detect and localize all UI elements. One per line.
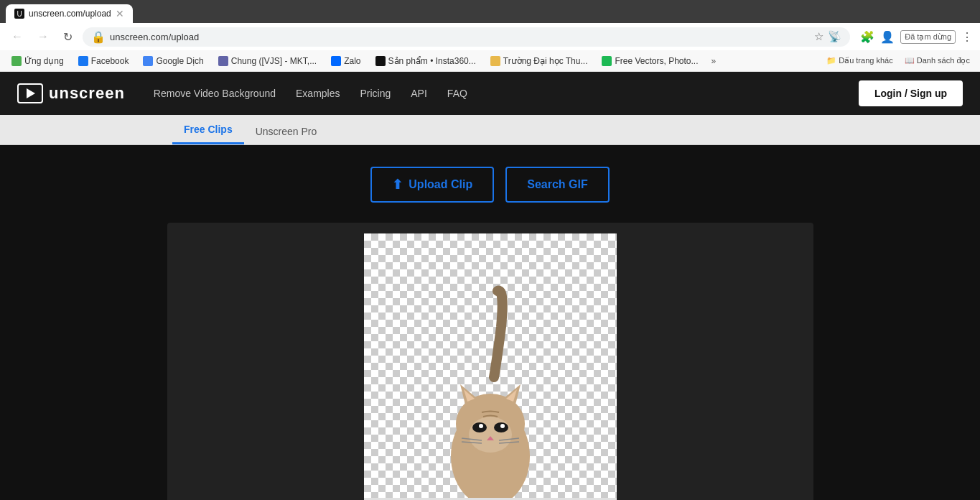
nav-faq[interactable]: FAQ [447, 88, 467, 99]
tabs-bar: Free Clips Unscreen Pro [0, 115, 980, 145]
bookmark-university[interactable]: Trường Đại học Thu... [485, 55, 594, 68]
bookmark-freevector[interactable]: Free Vectors, Photo... [596, 55, 704, 68]
preview-area: 46% [167, 223, 813, 500]
freevector-icon [602, 56, 612, 66]
nav-remove-bg[interactable]: Remove Video Background [154, 88, 276, 99]
tab-close-btn[interactable]: ✕ [116, 8, 124, 19]
nav-api[interactable]: API [411, 88, 427, 99]
bookmark-zalo-label: Zalo [344, 56, 360, 66]
apps-icon [11, 56, 22, 66]
site-nav-links: Remove Video Background Examples Pricing… [154, 88, 859, 99]
upload-clip-label: Upload Clip [409, 178, 472, 191]
bookmark-apps-label: Ứng dụng [24, 56, 64, 66]
logo[interactable]: unscreen [17, 83, 125, 103]
translate-icon [143, 56, 153, 66]
logo-play-icon [27, 88, 35, 98]
reading-list[interactable]: 📖 Danh sách đọc [900, 55, 974, 67]
bookmarks-bar: Ứng dụng Facebook Google Dịch Chung ([VJ… [0, 50, 980, 72]
browser-address-bar: ← → ↻ 🔒 unscreen.com/upload ☆ 📡 🧩 👤 Đã t… [0, 23, 980, 50]
logo-icon [17, 83, 43, 103]
bookmark-facebook[interactable]: Facebook [73, 55, 135, 68]
star-icon[interactable]: ☆ [814, 30, 823, 43]
tab-title: unscreen.com/upload [29, 9, 111, 19]
lock-icon: 🔒 [91, 30, 106, 44]
svg-point-10 [479, 424, 483, 428]
insta360-icon [375, 56, 386, 66]
upload-clip-button[interactable]: ⬆ Upload Clip [370, 167, 494, 203]
profile-icon[interactable]: 👤 [880, 30, 895, 44]
forward-button[interactable]: → [33, 29, 53, 45]
extensions-icon[interactable]: 🧩 [860, 30, 874, 44]
zalo-icon [331, 56, 341, 66]
bookmark-translate[interactable]: Google Dịch [137, 55, 209, 68]
university-icon [490, 56, 500, 66]
search-gif-button[interactable]: Search GIF [505, 167, 609, 203]
cat-image [419, 284, 562, 500]
address-icons: ☆ 📡 [814, 30, 841, 43]
logo-text: unscreen [49, 84, 125, 103]
menu-dots-icon[interactable]: ⋮ [961, 30, 973, 44]
image-container: 46% [364, 233, 617, 500]
bookmark-translate-label: Google Dịch [156, 56, 203, 66]
svg-point-11 [500, 424, 505, 428]
bookmark-freevector-label: Free Vectors, Photo... [615, 56, 698, 66]
action-buttons: ⬆ Upload Clip Search GIF [370, 167, 609, 203]
bookmark-chung-label: Chung ([VJS] - MKT,... [231, 56, 317, 66]
bookmarks-more-btn[interactable]: » [707, 55, 721, 68]
bookmark-apps[interactable]: Ứng dụng [6, 55, 70, 68]
svg-point-7 [469, 417, 512, 453]
site-nav: unscreen Remove Video Background Example… [0, 72, 980, 115]
address-box[interactable]: 🔒 unscreen.com/upload ☆ 📡 [83, 27, 850, 47]
bookmarks-right: 📁 Dấu trang khác 📖 Danh sách đọc [822, 55, 974, 67]
tab-unscreen-pro[interactable]: Unscreen Pro [244, 119, 329, 144]
address-text: unscreen.com/upload [110, 32, 810, 42]
tab-free-clips[interactable]: Free Clips [172, 116, 244, 144]
bookmark-insta360[interactable]: Sản phẩm • Insta360... [370, 55, 482, 68]
bookmark-university-label: Trường Đại học Thu... [503, 56, 588, 66]
bookmark-other[interactable]: 📁 Dấu trang khác [822, 55, 897, 67]
nav-examples[interactable]: Examples [296, 88, 340, 99]
refresh-button[interactable]: ↻ [59, 29, 77, 45]
browser-menu-icons: 🧩 👤 Đã tạm dừng ⋮ [860, 30, 973, 44]
upload-icon: ⬆ [392, 177, 403, 193]
bookmark-chung[interactable]: Chung ([VJS] - MKT,... [213, 55, 322, 68]
bookmark-facebook-label: Facebook [91, 56, 129, 66]
browser-tab-bar: U unscreen.com/upload ✕ [0, 0, 980, 23]
teams-icon [218, 56, 228, 66]
nav-pricing[interactable]: Pricing [360, 88, 391, 99]
bookmark-insta360-label: Sản phẩm • Insta360... [388, 56, 476, 66]
active-browser-tab[interactable]: U unscreen.com/upload ✕ [6, 4, 133, 23]
bookmark-zalo[interactable]: Zalo [325, 55, 366, 68]
back-button[interactable]: ← [7, 29, 27, 45]
cast-icon[interactable]: 📡 [828, 30, 841, 43]
login-signup-button[interactable]: Login / Sign up [859, 80, 963, 106]
main-content: ⬆ Upload Clip Search GIF [0, 145, 980, 500]
checkerboard-background: 46% [364, 233, 617, 500]
facebook-icon [78, 56, 88, 66]
browser-chrome: U unscreen.com/upload ✕ ← → ↻ 🔒 unscreen… [0, 0, 980, 72]
profile-pause-btn[interactable]: Đã tạm dừng [900, 30, 956, 44]
tab-favicon: U [14, 9, 24, 19]
